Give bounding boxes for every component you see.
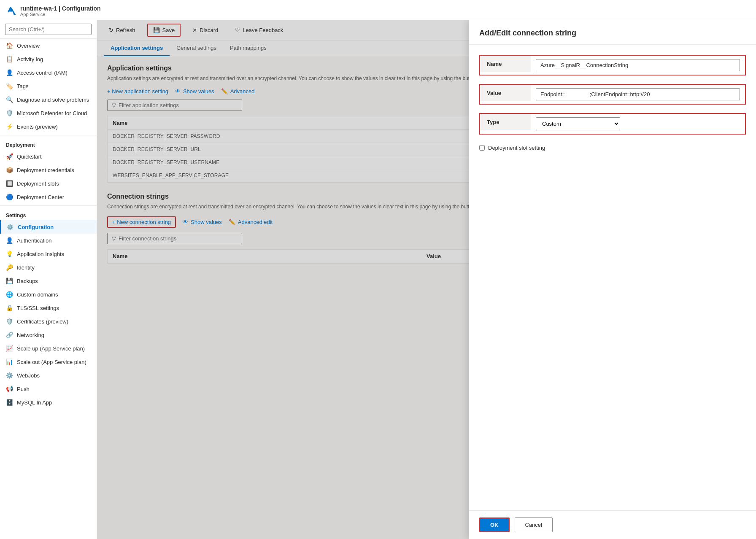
sidebar-item-scale-out[interactable]: 📊 Scale out (App Service plan) [0, 355, 97, 369]
azure-logo-icon [7, 6, 17, 16]
side-panel-title: Add/Edit connection string [479, 29, 746, 38]
sidebar-label-access-control: Access control (IAM) [17, 70, 68, 76]
value-input[interactable] [536, 88, 740, 100]
sidebar-label-tags: Tags [17, 83, 28, 89]
sidebar-item-identity[interactable]: 🔑 Identity [0, 261, 97, 274]
sidebar-label-deployment-slots: Deployment slots [17, 181, 59, 187]
sidebar-label-identity: Identity [17, 264, 35, 271]
top-header: runtime-wa-1 | Configuration App Service [0, 0, 756, 20]
page-title: runtime-wa-1 | Configuration [20, 5, 101, 12]
authentication-icon: 👤 [6, 237, 13, 244]
sidebar-search-container[interactable] [0, 20, 97, 39]
sidebar-item-tls-ssl[interactable]: 🔒 TLS/SSL settings [0, 301, 97, 315]
sidebar-label-networking: Networking [17, 332, 44, 338]
sidebar-item-networking[interactable]: 🔗 Networking [0, 328, 97, 342]
deployment-section-label: Deployment [0, 137, 97, 150]
sidebar-item-events[interactable]: ⚡ Events (preview) [0, 120, 97, 133]
quickstart-icon: 🚀 [6, 153, 13, 160]
sidebar-label-authentication: Authentication [17, 237, 51, 244]
side-panel-header: Add/Edit connection string [469, 20, 756, 45]
name-input[interactable] [536, 59, 740, 71]
sidebar-item-deployment-slots[interactable]: 🔲 Deployment slots [0, 177, 97, 190]
sidebar-label-events: Events (preview) [17, 124, 58, 130]
scale-out-icon: 📊 [6, 358, 13, 365]
sidebar-label-tls-ssl: TLS/SSL settings [17, 305, 59, 311]
app-insights-icon: 💡 [6, 251, 13, 257]
ok-button[interactable]: OK [479, 517, 510, 532]
sidebar-item-push[interactable]: 📢 Push [0, 382, 97, 396]
deployment-slots-icon: 🔲 [6, 180, 13, 187]
content-area: ↻ Refresh 💾 Save ✕ Discard ♡ Leave Feedb… [97, 20, 756, 539]
sidebar-item-backups[interactable]: 💾 Backups [0, 274, 97, 288]
type-select[interactable]: Custom SQLServer SQLAzure MySQL PostgreS… [536, 117, 620, 130]
sidebar-item-scale-up[interactable]: 📈 Scale up (App Service plan) [0, 342, 97, 355]
side-panel-body: Name Value Type Cu [469, 45, 756, 510]
custom-domains-icon: 🌐 [6, 291, 13, 298]
sidebar-item-tags[interactable]: 🏷️ Tags [0, 79, 97, 93]
events-icon: ⚡ [6, 123, 13, 130]
azure-logo: runtime-wa-1 | Configuration App Service [7, 5, 101, 17]
deployment-slot-row: Deployment slot setting [479, 143, 746, 153]
webjobs-icon: ⚙️ [6, 372, 13, 379]
scale-up-icon: 📈 [6, 345, 13, 352]
sidebar-label-scale-out: Scale out (App Service plan) [17, 359, 86, 365]
configuration-icon: ⚙️ [7, 224, 14, 230]
sidebar-label-quickstart: Quickstart [17, 154, 42, 160]
sidebar-item-mysql[interactable]: 🗄️ MySQL In App [0, 396, 97, 409]
sidebar-divider-1 [0, 135, 97, 135]
access-control-icon: 👤 [6, 69, 13, 76]
tls-ssl-icon: 🔒 [6, 305, 13, 311]
main-layout: 🏠 Overview 📋 Activity log 👤 Access contr… [0, 20, 756, 539]
defender-icon: 🛡️ [6, 110, 13, 116]
mysql-icon: 🗄️ [6, 399, 13, 406]
header-title-block: runtime-wa-1 | Configuration App Service [20, 5, 101, 17]
type-form-row: Type Custom SQLServer SQLAzure MySQL Pos… [479, 113, 746, 135]
identity-icon: 🔑 [6, 264, 13, 271]
app-service-subtitle: App Service [20, 12, 101, 17]
name-form-row: Name [479, 55, 746, 75]
sidebar: 🏠 Overview 📋 Activity log 👤 Access contr… [0, 20, 97, 539]
cancel-button[interactable]: Cancel [515, 517, 553, 532]
sidebar-label-overview: Overview [17, 43, 40, 49]
sidebar-item-authentication[interactable]: 👤 Authentication [0, 234, 97, 247]
sidebar-item-access-control[interactable]: 👤 Access control (IAM) [0, 66, 97, 79]
type-label: Type [480, 114, 531, 130]
sidebar-item-diagnose[interactable]: 🔍 Diagnose and solve problems [0, 93, 97, 106]
sidebar-label-webjobs: WebJobs [17, 372, 40, 379]
sidebar-item-certificates[interactable]: 🛡️ Certificates (preview) [0, 315, 97, 328]
search-input[interactable] [5, 24, 92, 35]
sidebar-item-activity-log[interactable]: 📋 Activity log [0, 52, 97, 66]
sidebar-label-configuration: Configuration [18, 224, 54, 230]
sidebar-label-defender: Microsoft Defender for Cloud [17, 110, 87, 116]
sidebar-item-configuration[interactable]: ⚙️ Configuration [0, 220, 97, 234]
sidebar-label-scale-up: Scale up (App Service plan) [17, 345, 85, 352]
name-label: Name [480, 56, 531, 72]
sidebar-label-backups: Backups [17, 278, 38, 284]
sidebar-label-deployment-center: Deployment Center [17, 194, 64, 200]
sidebar-item-custom-domains[interactable]: 🌐 Custom domains [0, 288, 97, 301]
sidebar-item-deployment-credentials[interactable]: 📦 Deployment credentials [0, 163, 97, 177]
sidebar-item-quickstart[interactable]: 🚀 Quickstart [0, 150, 97, 163]
value-field-container [531, 85, 745, 104]
value-label: Value [480, 85, 531, 101]
sidebar-item-defender[interactable]: 🛡️ Microsoft Defender for Cloud [0, 106, 97, 120]
value-form-row: Value [479, 84, 746, 105]
tags-icon: 🏷️ [6, 83, 13, 89]
activity-log-icon: 📋 [6, 56, 13, 62]
deployment-slot-label[interactable]: Deployment slot setting [488, 145, 545, 151]
sidebar-label-push: Push [17, 386, 30, 392]
push-icon: 📢 [6, 385, 13, 392]
sidebar-divider-2 [0, 205, 97, 206]
sidebar-item-webjobs[interactable]: ⚙️ WebJobs [0, 369, 97, 382]
sidebar-label-app-insights: Application Insights [17, 251, 64, 257]
deployment-slot-checkbox[interactable] [479, 145, 485, 151]
sidebar-item-deployment-center[interactable]: 🔵 Deployment Center [0, 190, 97, 204]
side-panel-footer: OK Cancel [469, 510, 756, 539]
overview-icon: 🏠 [6, 42, 13, 49]
sidebar-item-app-insights[interactable]: 💡 Application Insights [0, 247, 97, 261]
diagnose-icon: 🔍 [6, 96, 13, 103]
sidebar-item-overview[interactable]: 🏠 Overview [0, 39, 97, 52]
type-field-container: Custom SQLServer SQLAzure MySQL PostgreS… [531, 114, 745, 134]
networking-icon: 🔗 [6, 331, 13, 338]
sidebar-label-mysql: MySQL In App [17, 399, 52, 406]
